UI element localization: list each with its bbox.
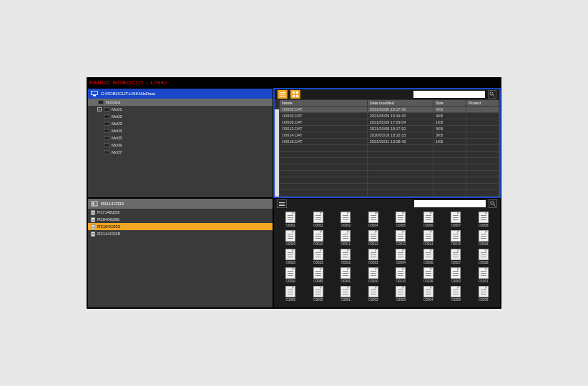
- local-search-button[interactable]: [488, 90, 496, 99]
- thumbnail[interactable]: O0026: [416, 249, 441, 264]
- thumbnail[interactable]: O0336: [416, 267, 441, 283]
- cell-size: 3KB: [433, 126, 466, 132]
- view-mode-button[interactable]: [277, 199, 287, 208]
- thumbnail[interactable]: O1000: [444, 267, 469, 283]
- thumbnail[interactable]: O0005: [388, 212, 413, 227]
- thumbnail[interactable]: O2002: [361, 286, 386, 302]
- cell-name: O0014.DAT: [280, 132, 368, 139]
- thumbnail[interactable]: O0034: [388, 249, 413, 264]
- tree-item[interactable]: Mc06: [88, 142, 273, 149]
- thumbnail[interactable]: O0007: [444, 212, 469, 227]
- table-row-empty: [280, 184, 499, 190]
- thumbnail[interactable]: O0027: [444, 249, 469, 264]
- svg-rect-0: [92, 91, 98, 95]
- directory-tree[interactable]: NcData+Mc01Mc02Mc03Mc04Mc05Mc06Mc07: [88, 99, 273, 197]
- list-item[interactable]: P17J4B253: [88, 209, 273, 216]
- svg-rect-4: [280, 96, 285, 96]
- col-name[interactable]: Name: [280, 100, 368, 107]
- tree-item[interactable]: Mc05: [88, 134, 273, 142]
- thumbnail[interactable]: O2004: [416, 286, 441, 302]
- thumbnail-label: O0008: [479, 224, 489, 227]
- thumbnail[interactable]: O0100: [361, 267, 386, 283]
- table-row[interactable]: O0012.DAT2021/03/08 18:17:523KB: [280, 126, 499, 132]
- machine-icon: [91, 200, 98, 207]
- svg-rect-6: [296, 91, 298, 94]
- thumbnail[interactable]: O0011: [333, 230, 358, 246]
- thumbnail[interactable]: O2000: [306, 286, 331, 302]
- thumbnail[interactable]: O0013: [388, 230, 413, 246]
- tree-item[interactable]: Mc02: [88, 113, 273, 120]
- thumbnail[interactable]: O0009: [278, 230, 303, 246]
- remote-doc-list[interactable]: P17J4B253R20406286R3104C032R3114C028: [88, 209, 273, 307]
- thumbnail-label: O0014: [423, 242, 433, 246]
- file-icon: [479, 230, 489, 242]
- thumbnail[interactable]: O2009: [471, 286, 496, 302]
- thumbnail[interactable]: O0030: [278, 267, 303, 283]
- view-list-button[interactable]: [278, 90, 288, 99]
- thumbnail[interactable]: O0003: [333, 212, 358, 227]
- col-date[interactable]: Date modified: [367, 100, 433, 107]
- thumbnail[interactable]: O1001: [471, 267, 496, 283]
- file-icon: [285, 230, 295, 242]
- thumbnail[interactable]: O0014: [416, 230, 441, 246]
- thumbnail[interactable]: O0006: [416, 212, 441, 227]
- thumbnail[interactable]: O0033: [361, 249, 386, 264]
- document-icon: [91, 217, 95, 222]
- thumbnail-grid[interactable]: O0001O0002O0003O0004O0005O0006O0007O0008…: [274, 209, 500, 307]
- thumbnail[interactable]: O0028: [471, 249, 496, 264]
- table-row[interactable]: O0014.DAT2020/03/18 18:16:333KB: [280, 132, 499, 139]
- thumbnail[interactable]: O0001: [278, 212, 303, 227]
- view-thumb-button[interactable]: [290, 90, 300, 99]
- thumbnail[interactable]: O0004: [361, 212, 386, 227]
- thumbnail-label: O2002: [368, 298, 378, 302]
- svg-rect-2: [280, 92, 285, 93]
- thumbnail-label: O0032: [340, 261, 351, 264]
- remote-search-input[interactable]: [414, 200, 486, 207]
- tree-item[interactable]: +Mc01: [88, 106, 273, 113]
- thumbnail[interactable]: O0018: [471, 230, 496, 246]
- thumbnail[interactable]: O0002: [306, 212, 331, 227]
- thumbnail[interactable]: O0015: [444, 230, 469, 246]
- thumbnail[interactable]: O2003: [388, 286, 413, 302]
- file-icon: [396, 230, 406, 242]
- folder-icon: [104, 107, 109, 112]
- list-item[interactable]: R3114C028: [88, 230, 273, 237]
- local-tree-header: C:\ROBOCUT-LINKi\NcData: [88, 89, 273, 99]
- thumbnail[interactable]: O2005: [444, 286, 469, 302]
- local-search-input[interactable]: [413, 91, 485, 98]
- thumbnail[interactable]: O0010: [306, 230, 331, 246]
- file-table-header-row[interactable]: Name Date modified Size Protect: [280, 100, 499, 107]
- tree-item[interactable]: NcData: [88, 99, 273, 106]
- list-item[interactable]: R3104C032: [88, 223, 273, 230]
- table-row[interactable]: O0002.DAT2021/03/30 18:17:464KB: [280, 107, 499, 113]
- thumbnail[interactable]: O0032: [333, 249, 358, 264]
- col-protect[interactable]: Protect: [466, 100, 499, 107]
- tree-item[interactable]: Mc03: [88, 120, 273, 127]
- table-row[interactable]: O0006.DAT2021/05/29 17:09:041KB: [280, 119, 499, 126]
- tree-item[interactable]: Mc07: [88, 149, 273, 156]
- cell-name: O0002.DAT: [280, 107, 368, 113]
- file-icon: [340, 267, 351, 279]
- thumbnail-label: O2001: [340, 298, 351, 302]
- thumbnail-label: O0027: [451, 261, 461, 264]
- col-size[interactable]: Size: [433, 100, 466, 107]
- thumbnail[interactable]: O0008: [471, 212, 496, 227]
- thumbnail[interactable]: O2001: [333, 286, 358, 302]
- file-icon: [368, 212, 378, 223]
- thumbnail[interactable]: O0089: [306, 267, 331, 283]
- table-row[interactable]: O0018.DAT2021/03/31 13:08:421KB: [280, 139, 499, 145]
- thumbnail[interactable]: O0020: [278, 249, 303, 264]
- thumbnail[interactable]: O0023: [306, 249, 331, 264]
- tree-item[interactable]: Mc04: [88, 127, 273, 134]
- remote-list-header: R3114C032: [88, 199, 273, 209]
- thumbnail[interactable]: O0091: [333, 267, 358, 283]
- thumbnail[interactable]: O1002: [278, 286, 303, 302]
- thumbnail[interactable]: O0110: [388, 267, 413, 283]
- list-item[interactable]: R20406286: [88, 216, 273, 223]
- table-row[interactable]: O0003.DAT2021/05/29 10:19:304KB: [280, 113, 499, 119]
- thumbnail[interactable]: O0012: [361, 230, 386, 246]
- scrollbar[interactable]: [275, 109, 279, 197]
- tree-toggle-icon[interactable]: +: [97, 107, 102, 112]
- file-icon: [368, 230, 378, 242]
- remote-search-button[interactable]: [489, 199, 497, 208]
